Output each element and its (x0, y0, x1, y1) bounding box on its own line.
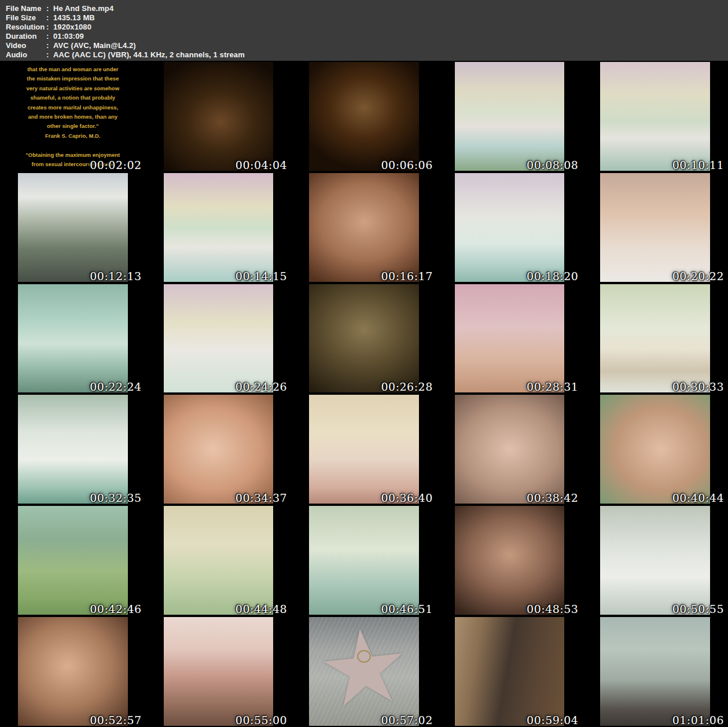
frame-vignette (18, 506, 128, 615)
file-name-row: File Name:He And She.mp4 (6, 4, 728, 13)
video-frame-00-38-42 (455, 395, 565, 504)
thumbnail-cell: 00:40:44 (582, 394, 728, 505)
frame-vignette (164, 617, 274, 726)
thumbnail-cell: 00:06:06 (291, 61, 437, 172)
video-frame-00-18-20 (455, 173, 565, 282)
timestamp-label: 00:48:53 (527, 603, 578, 615)
thumbnail-cell: 00:36:40 (291, 394, 437, 505)
thumbnail-cell: ★00:57:02 (291, 616, 437, 727)
separator: : (46, 41, 53, 50)
frame-vignette (164, 173, 274, 282)
video-frame-00-02-02: that the man and woman are under the mis… (18, 62, 128, 171)
timestamp-label: 00:16:17 (381, 270, 432, 282)
video-frame-00-52-57 (18, 617, 128, 726)
frame-vignette (455, 173, 565, 282)
timestamp-label: 00:04:04 (236, 159, 287, 171)
frame-vignette (309, 62, 419, 171)
timestamp-label: 00:57:02 (381, 714, 432, 726)
timestamp-label: 00:02:02 (90, 159, 141, 171)
timestamp-label: 00:46:51 (381, 603, 432, 615)
frame-vignette (164, 62, 274, 171)
video-codec-label: Video (6, 41, 46, 50)
video-frame-00-44-48 (164, 506, 274, 615)
thumbnail-cell: 00:46:51 (291, 505, 437, 616)
thumbnail-cell: that the man and woman are under the mis… (0, 61, 146, 172)
timestamp-label: 00:38:42 (527, 491, 578, 504)
video-frame-00-42-46 (18, 506, 128, 615)
thumbnail-cell: 00:59:04 (437, 616, 583, 727)
timestamp-label: 01:01:06 (672, 714, 724, 726)
frame-vignette (600, 395, 710, 504)
frame-vignette (455, 62, 565, 171)
video-frame-00-40-44 (600, 395, 710, 504)
timestamp-label: 00:59:04 (527, 714, 578, 726)
thumbnail-cell: 00:32:35 (0, 394, 146, 505)
frame-vignette (309, 395, 419, 504)
file-size-value: 1435.13 MB (53, 13, 95, 22)
timestamp-label: 00:40:44 (672, 491, 724, 504)
thumbnail-cell: 00:14:15 (146, 172, 292, 283)
frame-vignette (309, 173, 419, 282)
thumbnail-cell: 01:01:06 (582, 616, 728, 727)
resolution-row: Resolution:1920x1080 (6, 23, 728, 32)
thumbnail-cell: 00:12:13 (0, 172, 146, 283)
video-frame-00-26-28 (309, 284, 419, 393)
thumbnail-cell: 00:20:22 (582, 172, 728, 283)
star-emblem-ring (357, 650, 371, 663)
timestamp-label: 00:08:08 (527, 159, 578, 171)
timestamp-label: 00:30:33 (672, 380, 724, 393)
separator: : (46, 23, 53, 32)
duration-label: Duration (6, 32, 46, 41)
thumbnail-cell: 00:50:55 (582, 505, 728, 616)
separator: : (46, 32, 53, 41)
frame-vignette (309, 284, 419, 393)
frame-vignette (600, 62, 710, 171)
video-frame-00-48-53 (455, 506, 565, 615)
thumbnail-cell: 00:16:17 (291, 172, 437, 283)
video-frame-00-34-37 (164, 395, 274, 504)
frame-vignette (18, 173, 128, 282)
thumbnail-cell: 00:42:46 (0, 505, 146, 616)
video-codec-value: AVC (AVC, Main@L4.2) (53, 41, 136, 50)
thumbnail-cell: 00:55:00 (146, 616, 292, 727)
duration-value: 01:03:09 (53, 32, 84, 41)
frame-vignette (18, 617, 128, 726)
video-frame-00-04-04 (164, 62, 274, 171)
video-frame-00-20-22 (600, 173, 710, 282)
thumbnail-cell: 00:38:42 (437, 394, 583, 505)
video-frame-00-36-40 (309, 395, 419, 504)
frame-vignette (164, 506, 274, 615)
frame-vignette (309, 506, 419, 615)
frame-vignette (18, 284, 128, 393)
timestamp-label: 00:24:26 (236, 380, 287, 393)
file-name-value: He And She.mp4 (53, 4, 113, 13)
frame-vignette (600, 617, 710, 726)
frame-vignette (455, 395, 565, 504)
timestamp-label: 00:22:24 (90, 380, 141, 393)
video-frame-00-46-51 (309, 506, 419, 615)
audio-codec-label: Audio (6, 50, 46, 60)
thumbnail-cell: 00:34:37 (146, 394, 292, 505)
video-codec-row: Video:AVC (AVC, Main@L4.2) (6, 41, 728, 50)
frame-vignette (600, 284, 710, 393)
frame-vignette (455, 506, 565, 615)
star-icon: ★ (312, 616, 415, 724)
thumbnail-cell: 00:30:33 (582, 283, 728, 394)
timestamp-label: 00:10:11 (672, 159, 724, 171)
timestamp-label: 00:50:55 (672, 603, 724, 615)
thumbnail-cell: 00:10:11 (582, 61, 728, 172)
timestamp-label: 00:14:15 (236, 270, 287, 282)
video-frame-00-55-00 (164, 617, 274, 726)
timestamp-label: 00:26:28 (381, 380, 432, 393)
frame-vignette (164, 395, 274, 504)
thumbnail-grid: that the man and woman are under the mis… (0, 61, 728, 727)
separator: : (46, 50, 53, 60)
thumbnail-cell: 00:52:57 (0, 616, 146, 727)
timestamp-label: 00:34:37 (236, 491, 287, 504)
timestamp-label: 00:28:31 (527, 380, 578, 393)
timestamp-label: 00:44:48 (236, 603, 287, 615)
video-frame-00-30-33 (600, 284, 710, 393)
video-frame-00-24-26 (164, 284, 274, 393)
thumbnail-cell: 00:48:53 (437, 505, 583, 616)
audio-codec-row: Audio:AAC (AAC LC) (VBR), 44.1 KHz, 2 ch… (6, 50, 728, 60)
